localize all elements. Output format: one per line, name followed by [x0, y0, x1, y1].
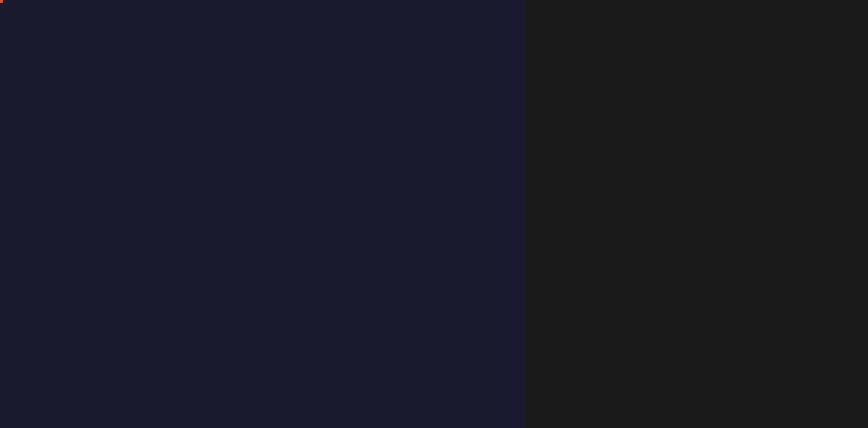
- annotation-panel: [526, 0, 868, 428]
- main-container: [0, 0, 868, 428]
- code-editor: [0, 0, 526, 428]
